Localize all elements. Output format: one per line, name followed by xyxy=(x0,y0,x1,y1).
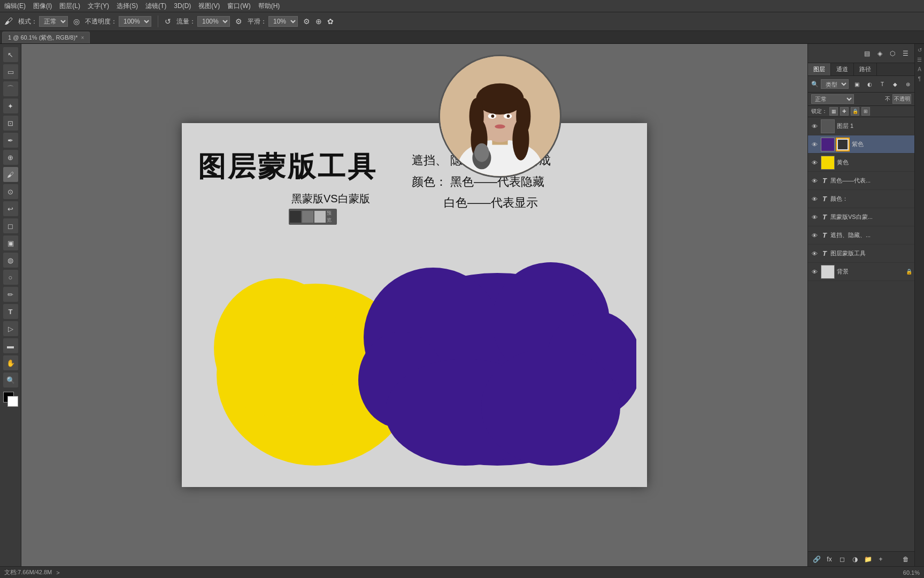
select-tool[interactable]: ▭ xyxy=(3,64,18,79)
menu-select[interactable]: 选择(S) xyxy=(117,2,138,11)
text-tool[interactable]: T xyxy=(3,304,18,319)
filter-pixel-icon[interactable]: ▣ xyxy=(851,78,863,90)
extra-icon-1[interactable]: ⊕ xyxy=(315,17,322,26)
layer-item-text2[interactable]: 👁 T 颜色： xyxy=(808,190,914,208)
lock-artboard-icon[interactable]: ⊞ xyxy=(861,107,870,116)
blur-tool[interactable]: ◍ xyxy=(3,253,18,268)
opacity-select[interactable]: 100% xyxy=(119,16,151,27)
canvas-tab[interactable]: 1 @ 60.1% (紫色, RGB/8)* × xyxy=(2,32,90,43)
extra-icon-2[interactable]: ✿ xyxy=(327,17,334,26)
layer-eye-fie1[interactable]: 👁 xyxy=(810,122,819,131)
menu-filter[interactable]: 滤镜(T) xyxy=(145,2,166,11)
fg-bg-color[interactable] xyxy=(3,392,18,407)
blend-mode-select[interactable]: 正常 xyxy=(811,94,854,104)
tab-channels[interactable]: 通道 xyxy=(831,63,854,75)
filter-shape-icon[interactable]: ◆ xyxy=(889,78,901,90)
layer-eye-text3[interactable]: 👁 xyxy=(810,213,819,222)
flow-select[interactable]: 100% xyxy=(197,16,230,27)
eyedropper-tool[interactable]: ✒ xyxy=(3,133,18,148)
tab-close-button[interactable]: × xyxy=(81,35,84,41)
layer-eye-purple[interactable]: 👁 xyxy=(810,140,819,149)
clone-tool[interactable]: ⊙ xyxy=(3,184,18,199)
filter-smart-icon[interactable]: ⊛ xyxy=(902,78,914,90)
layer-name-text4: 遮挡、隐藏、... xyxy=(830,231,912,239)
preview-thumb-2 xyxy=(302,211,313,223)
layer-item-text3[interactable]: 👁 T 黑蒙版VS白蒙... xyxy=(808,208,914,226)
layer-eye-bg[interactable]: 👁 xyxy=(810,268,819,276)
layers-bottom-toolbar: 🔗 fx ◻ ◑ 📁 + 🗑 xyxy=(808,551,914,566)
layer-item-purple[interactable]: 👁 紫色 xyxy=(808,135,914,154)
healing-tool[interactable]: ⊕ xyxy=(3,150,18,165)
opacity-icon[interactable]: ◎ xyxy=(73,17,80,26)
lock-position-icon[interactable]: ✚ xyxy=(840,107,849,116)
crop-tool[interactable]: ⊡ xyxy=(3,116,18,131)
lock-pixels-icon[interactable]: ▦ xyxy=(829,107,838,116)
pen-tool[interactable]: ✏ xyxy=(3,287,18,302)
layer-type-select[interactable]: 类型 xyxy=(821,79,849,89)
smooth-select[interactable]: 10% xyxy=(268,16,298,27)
properties-icon[interactable]: ☰ xyxy=(916,56,923,63)
layer-item-fie1[interactable]: 👁 图层 1 xyxy=(808,117,914,135)
magic-wand-tool[interactable]: ✦ xyxy=(3,98,18,113)
add-mask-icon[interactable]: ◻ xyxy=(837,554,848,565)
brush-tool[interactable]: 🖌 xyxy=(3,167,18,182)
svg-point-15 xyxy=(474,143,489,162)
history-icon[interactable]: ↺ xyxy=(916,46,923,54)
opacity-input[interactable] xyxy=(892,94,911,104)
lasso-tool[interactable]: ⌒ xyxy=(3,81,18,96)
layer-item-text5[interactable]: 👁 T 图层蒙版工具 xyxy=(808,245,914,263)
layer-item-text1[interactable]: 👁 T 黑色——代表... xyxy=(808,172,914,190)
move-tool[interactable]: ↖ xyxy=(3,47,18,62)
filter-adjust-icon[interactable]: ◐ xyxy=(864,78,875,90)
menu-edit[interactable]: 编辑(E) xyxy=(4,2,26,11)
gear-icon[interactable]: ⚙ xyxy=(303,17,310,26)
para-icon[interactable]: ¶ xyxy=(916,75,923,82)
add-adjustment-icon[interactable]: ◑ xyxy=(850,554,860,565)
mode-select[interactable]: 正常 xyxy=(39,16,68,27)
tab-paths[interactable]: 路径 xyxy=(854,63,877,75)
lock-all-icon[interactable]: 🔒 xyxy=(851,107,859,116)
layer-item-yellow[interactable]: 👁 黄色 xyxy=(808,154,914,172)
menu-help[interactable]: 帮助(H) xyxy=(258,2,280,11)
tab-layers[interactable]: 图层 xyxy=(808,63,831,75)
layers-search-bar: 🔍 类型 ▣ ◐ T ◆ ⊛ xyxy=(808,76,914,93)
layer-eye-text1[interactable]: 👁 xyxy=(810,177,819,185)
hand-tool[interactable]: ✋ xyxy=(3,355,18,370)
menu-image[interactable]: 图像(I) xyxy=(33,2,52,11)
svg-point-12 xyxy=(507,115,510,118)
flow-icon[interactable]: ↺ xyxy=(165,17,171,26)
menu-3d[interactable]: 3D(D) xyxy=(174,2,191,10)
menu-layer[interactable]: 图层(L) xyxy=(59,2,80,11)
add-group-icon[interactable]: 📁 xyxy=(863,554,873,565)
filter-type-icon[interactable]: T xyxy=(876,78,888,90)
menu-window[interactable]: 窗口(W) xyxy=(227,2,250,11)
panel-menu-icon[interactable]: ☰ xyxy=(899,48,911,59)
gradient-tool[interactable]: ▣ xyxy=(3,235,18,250)
layer-item-text4[interactable]: 👁 T 遮挡、隐藏、... xyxy=(808,226,914,245)
delete-layer-icon[interactable]: 🗑 xyxy=(900,554,911,565)
layer-eye-text5[interactable]: 👁 xyxy=(810,249,819,258)
path-select-tool[interactable]: ▷ xyxy=(3,321,18,336)
layer-eye-text2[interactable]: 👁 xyxy=(810,195,819,203)
layer-eye-text4[interactable]: 👁 xyxy=(810,231,819,240)
link-layers-icon[interactable]: 🔗 xyxy=(811,554,822,565)
layer-style-icon[interactable]: fx xyxy=(824,554,835,565)
menu-text[interactable]: 文字(Y) xyxy=(88,2,109,11)
char-panel-icon[interactable]: A xyxy=(916,65,923,73)
brush-tool-icon[interactable]: 🖌 xyxy=(4,17,13,26)
new-layer-icon[interactable]: + xyxy=(875,554,886,565)
status-arrow[interactable]: > xyxy=(56,569,59,576)
dodge-tool[interactable]: ○ xyxy=(3,270,18,285)
menu-view[interactable]: 视图(V) xyxy=(198,2,220,11)
shape-tool[interactable]: ▬ xyxy=(3,338,18,353)
file-size-label: 文档:7.66M/42.8M xyxy=(4,568,52,576)
zoom-tool[interactable]: 🔍 xyxy=(3,372,18,387)
layer-eye-yellow[interactable]: 👁 xyxy=(810,158,819,167)
channels-icon[interactable]: ◈ xyxy=(874,48,886,59)
history-brush-tool[interactable]: ↩ xyxy=(3,201,18,216)
smooth-icon[interactable]: ⚙ xyxy=(235,17,242,26)
layers-icon[interactable]: ▤ xyxy=(861,48,873,59)
layer-item-bg[interactable]: 👁 背景 🔒 xyxy=(808,263,914,281)
paths-icon[interactable]: ⬡ xyxy=(887,48,898,59)
eraser-tool[interactable]: ◻ xyxy=(3,218,18,233)
